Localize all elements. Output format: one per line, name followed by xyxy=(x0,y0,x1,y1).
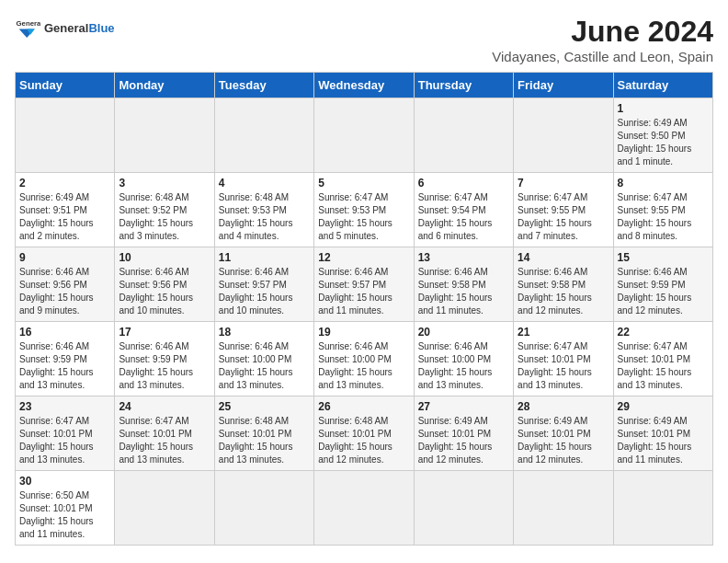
calendar-cell: 20Sunrise: 6:46 AM Sunset: 10:00 PM Dayl… xyxy=(414,322,513,396)
day-number: 24 xyxy=(119,400,210,413)
day-header-tuesday: Tuesday xyxy=(214,73,313,98)
day-info: Sunrise: 6:49 AM Sunset: 10:01 PM Daylig… xyxy=(418,415,509,466)
day-number: 18 xyxy=(219,326,310,339)
day-info: Sunrise: 6:47 AM Sunset: 9:54 PM Dayligh… xyxy=(418,191,509,243)
day-info: Sunrise: 6:48 AM Sunset: 9:53 PM Dayligh… xyxy=(219,191,310,243)
day-info: Sunrise: 6:46 AM Sunset: 9:56 PM Dayligh… xyxy=(19,266,110,317)
day-number: 19 xyxy=(318,326,409,339)
day-info: Sunrise: 6:49 AM Sunset: 10:01 PM Daylig… xyxy=(618,415,709,466)
day-info: Sunrise: 6:46 AM Sunset: 9:59 PM Dayligh… xyxy=(19,340,110,392)
calendar-cell: 5Sunrise: 6:47 AM Sunset: 9:53 PM Daylig… xyxy=(314,173,414,247)
day-info: Sunrise: 6:47 AM Sunset: 10:01 PM Daylig… xyxy=(518,340,609,392)
day-info: Sunrise: 6:47 AM Sunset: 10:01 PM Daylig… xyxy=(618,340,709,392)
header: General GeneralBlue June 2024 Vidayanes,… xyxy=(15,15,713,64)
day-number: 12 xyxy=(318,251,409,264)
day-number: 11 xyxy=(219,251,310,264)
logo-text: GeneralBlue xyxy=(44,21,115,35)
month-title: June 2024 xyxy=(492,15,713,49)
calendar-cell: 24Sunrise: 6:47 AM Sunset: 10:01 PM Dayl… xyxy=(115,396,214,471)
day-number: 23 xyxy=(19,400,110,413)
day-header-friday: Friday xyxy=(514,73,613,98)
calendar-cell xyxy=(115,471,214,546)
location-title: Vidayanes, Castille and Leon, Spain xyxy=(492,49,713,64)
calendar-cell: 12Sunrise: 6:46 AM Sunset: 9:57 PM Dayli… xyxy=(314,247,414,322)
day-info: Sunrise: 6:46 AM Sunset: 9:58 PM Dayligh… xyxy=(518,266,609,317)
day-number: 14 xyxy=(518,251,609,264)
calendar-cell: 1Sunrise: 6:49 AM Sunset: 9:50 PM Daylig… xyxy=(613,98,712,173)
day-info: Sunrise: 6:46 AM Sunset: 9:56 PM Dayligh… xyxy=(119,266,210,317)
day-info: Sunrise: 6:46 AM Sunset: 10:00 PM Daylig… xyxy=(418,340,509,392)
calendar-cell: 26Sunrise: 6:48 AM Sunset: 10:01 PM Dayl… xyxy=(314,396,414,471)
day-number: 2 xyxy=(19,177,110,190)
day-number: 29 xyxy=(618,400,709,413)
day-info: Sunrise: 6:49 AM Sunset: 10:01 PM Daylig… xyxy=(518,415,609,466)
day-header-saturday: Saturday xyxy=(613,73,712,98)
day-number: 3 xyxy=(119,177,210,190)
day-info: Sunrise: 6:47 AM Sunset: 10:01 PM Daylig… xyxy=(19,415,110,466)
day-number: 5 xyxy=(318,177,409,190)
day-info: Sunrise: 6:47 AM Sunset: 9:55 PM Dayligh… xyxy=(618,191,709,243)
week-row-5: 23Sunrise: 6:47 AM Sunset: 10:01 PM Dayl… xyxy=(16,396,713,471)
day-number: 4 xyxy=(219,177,310,190)
calendar-cell xyxy=(314,471,414,546)
calendar-cell: 17Sunrise: 6:46 AM Sunset: 9:59 PM Dayli… xyxy=(115,322,214,396)
week-row-6: 30Sunrise: 6:50 AM Sunset: 10:01 PM Dayl… xyxy=(16,471,713,546)
calendar-cell: 18Sunrise: 6:46 AM Sunset: 10:00 PM Dayl… xyxy=(214,322,313,396)
day-info: Sunrise: 6:47 AM Sunset: 9:53 PM Dayligh… xyxy=(318,191,409,243)
day-info: Sunrise: 6:46 AM Sunset: 9:59 PM Dayligh… xyxy=(618,266,709,317)
day-info: Sunrise: 6:50 AM Sunset: 10:01 PM Daylig… xyxy=(19,489,110,541)
calendar-cell xyxy=(613,471,712,546)
calendar-cell: 7Sunrise: 6:47 AM Sunset: 9:55 PM Daylig… xyxy=(514,173,613,247)
day-number: 28 xyxy=(518,400,609,413)
svg-text:General: General xyxy=(17,19,40,28)
day-number: 20 xyxy=(418,326,509,339)
calendar-cell: 23Sunrise: 6:47 AM Sunset: 10:01 PM Dayl… xyxy=(16,396,115,471)
calendar-cell: 28Sunrise: 6:49 AM Sunset: 10:01 PM Dayl… xyxy=(514,396,613,471)
calendar-cell xyxy=(514,98,613,173)
calendar-cell: 8Sunrise: 6:47 AM Sunset: 9:55 PM Daylig… xyxy=(613,173,712,247)
day-number: 7 xyxy=(518,177,609,190)
logo: General GeneralBlue xyxy=(15,15,115,40)
day-number: 6 xyxy=(418,177,509,190)
calendar-cell xyxy=(115,98,214,173)
calendar-cell: 9Sunrise: 6:46 AM Sunset: 9:56 PM Daylig… xyxy=(16,247,115,322)
day-number: 26 xyxy=(318,400,409,413)
calendar-cell xyxy=(214,471,313,546)
day-number: 21 xyxy=(518,326,609,339)
calendar-cell: 27Sunrise: 6:49 AM Sunset: 10:01 PM Dayl… xyxy=(414,396,513,471)
day-number: 10 xyxy=(119,251,210,264)
calendar-cell xyxy=(414,471,513,546)
calendar-cell: 6Sunrise: 6:47 AM Sunset: 9:54 PM Daylig… xyxy=(414,173,513,247)
day-header-sunday: Sunday xyxy=(16,73,115,98)
day-info: Sunrise: 6:46 AM Sunset: 9:57 PM Dayligh… xyxy=(219,266,310,317)
day-number: 27 xyxy=(418,400,509,413)
day-number: 9 xyxy=(19,251,110,264)
day-header-monday: Monday xyxy=(115,73,214,98)
calendar-cell: 4Sunrise: 6:48 AM Sunset: 9:53 PM Daylig… xyxy=(214,173,313,247)
day-info: Sunrise: 6:49 AM Sunset: 9:51 PM Dayligh… xyxy=(19,191,110,243)
calendar-cell: 29Sunrise: 6:49 AM Sunset: 10:01 PM Dayl… xyxy=(613,396,712,471)
title-area: June 2024 Vidayanes, Castille and Leon, … xyxy=(492,15,713,64)
day-info: Sunrise: 6:46 AM Sunset: 10:00 PM Daylig… xyxy=(219,340,310,392)
calendar-cell: 30Sunrise: 6:50 AM Sunset: 10:01 PM Dayl… xyxy=(16,471,115,546)
day-info: Sunrise: 6:46 AM Sunset: 9:57 PM Dayligh… xyxy=(318,266,409,317)
calendar-cell: 11Sunrise: 6:46 AM Sunset: 9:57 PM Dayli… xyxy=(214,247,313,322)
day-info: Sunrise: 6:46 AM Sunset: 9:59 PM Dayligh… xyxy=(119,340,210,392)
day-info: Sunrise: 6:48 AM Sunset: 10:01 PM Daylig… xyxy=(318,415,409,466)
day-info: Sunrise: 6:47 AM Sunset: 10:01 PM Daylig… xyxy=(119,415,210,466)
day-header-wednesday: Wednesday xyxy=(314,73,414,98)
day-info: Sunrise: 6:46 AM Sunset: 9:58 PM Dayligh… xyxy=(418,266,509,317)
day-number: 13 xyxy=(418,251,509,264)
calendar-cell: 22Sunrise: 6:47 AM Sunset: 10:01 PM Dayl… xyxy=(613,322,712,396)
calendar-cell xyxy=(16,98,115,173)
day-number: 16 xyxy=(19,326,110,339)
calendar-cell: 14Sunrise: 6:46 AM Sunset: 9:58 PM Dayli… xyxy=(514,247,613,322)
day-number: 22 xyxy=(618,326,709,339)
calendar-cell: 19Sunrise: 6:46 AM Sunset: 10:00 PM Dayl… xyxy=(314,322,414,396)
calendar-cell xyxy=(414,98,513,173)
calendar-cell: 13Sunrise: 6:46 AM Sunset: 9:58 PM Dayli… xyxy=(414,247,513,322)
day-number: 17 xyxy=(119,326,210,339)
calendar-cell: 2Sunrise: 6:49 AM Sunset: 9:51 PM Daylig… xyxy=(16,173,115,247)
day-info: Sunrise: 6:47 AM Sunset: 9:55 PM Dayligh… xyxy=(518,191,609,243)
day-number: 30 xyxy=(19,475,110,488)
